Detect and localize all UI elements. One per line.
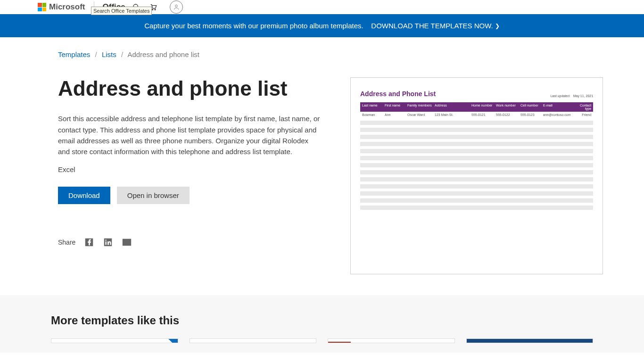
preview-empty-row: [360, 206, 593, 210]
breadcrumb: Templates / Lists / Address and phone li…: [58, 37, 586, 58]
card-club-label: Club Name: [328, 342, 351, 343]
microsoft-logo-icon: [38, 3, 46, 11]
preview-empty-row: [360, 121, 593, 125]
top-nav: Microsoft Office Search Office Templates: [0, 0, 644, 14]
svg-point-3: [155, 9, 156, 10]
promo-banner: Capture your best moments with our premi…: [0, 14, 644, 37]
svg-point-4: [175, 5, 177, 7]
preview-empty-row: [360, 184, 593, 189]
preview-title: Address and Phone List: [360, 90, 436, 98]
app-label: Excel: [58, 165, 322, 173]
banner-cta-link[interactable]: DOWNLOAD THE TEMPLATES NOW. ❯: [371, 22, 499, 30]
more-templates-title: More templates like this: [51, 314, 593, 327]
mail-icon[interactable]: [122, 237, 132, 247]
share-label: Share: [58, 239, 75, 246]
preview-empty-row: [360, 149, 593, 153]
related-template-card[interactable]: [466, 338, 594, 343]
more-templates-section: More templates like this Club Name: [0, 295, 644, 353]
preview-empty-row: [360, 135, 593, 139]
breadcrumb-current: Address and phone list: [127, 50, 199, 58]
preview-empty-row: [360, 191, 593, 196]
banner-cta-text: DOWNLOAD THE TEMPLATES NOW.: [371, 22, 493, 30]
microsoft-logo[interactable]: Microsoft: [38, 2, 85, 12]
microsoft-logo-text: Microsoft: [49, 2, 85, 12]
linkedin-icon[interactable]: [103, 237, 113, 247]
breadcrumb-separator: /: [121, 50, 123, 58]
open-in-browser-button[interactable]: Open in browser: [117, 187, 190, 204]
breadcrumb-lists[interactable]: Lists: [102, 50, 116, 58]
preview-empty-row: [360, 156, 593, 160]
preview-empty-row: [360, 198, 593, 203]
preview-empty-row: [360, 177, 593, 181]
svg-rect-5: [106, 242, 107, 245]
chevron-right-icon: ❯: [495, 23, 500, 29]
page-title: Address and phone list: [58, 77, 322, 100]
breadcrumb-templates[interactable]: Templates: [58, 50, 90, 58]
page-description: Sort this accessible address and telepho…: [58, 113, 322, 157]
download-button[interactable]: Download: [58, 187, 110, 204]
related-template-card[interactable]: [190, 338, 317, 343]
user-icon[interactable]: [170, 0, 183, 14]
preview-header-row: Last name First name Family members Addr…: [360, 102, 593, 112]
search-tooltip: Search Office Templates: [91, 7, 152, 15]
banner-text: Capture your best moments with our premi…: [144, 22, 363, 30]
preview-empty-row: [360, 142, 593, 146]
related-template-card[interactable]: [51, 338, 178, 343]
preview-empty-row: [360, 163, 593, 167]
preview-updated: Last updated: May 11, 2021: [550, 94, 593, 98]
breadcrumb-separator: /: [95, 50, 97, 58]
template-preview: Address and Phone List Last updated: May…: [350, 77, 603, 274]
svg-point-2: [152, 9, 153, 10]
svg-point-6: [106, 240, 107, 241]
related-template-card[interactable]: Club Name: [328, 338, 455, 343]
preview-data-row: Bowman Ann Oscar Ward 123 Main St. 555-0…: [360, 112, 593, 118]
preview-empty-row: [360, 170, 593, 174]
preview-empty-row: [360, 128, 593, 132]
facebook-icon[interactable]: [84, 237, 94, 247]
